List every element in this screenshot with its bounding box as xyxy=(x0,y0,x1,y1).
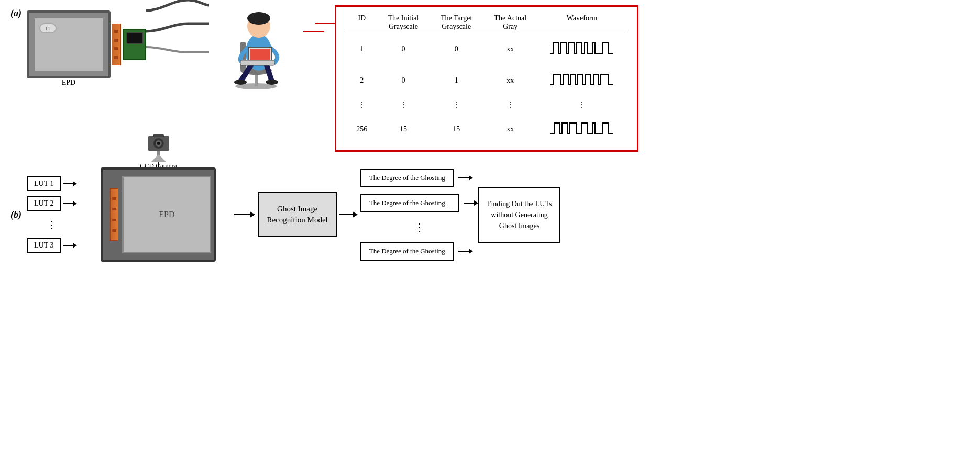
epd-b-connector xyxy=(110,188,118,241)
person-area xyxy=(209,0,303,91)
part-b-label: (b) xyxy=(10,209,21,220)
person-svg xyxy=(209,0,303,89)
cell-id: 256 xyxy=(347,114,377,145)
table-row: 256 15 15 xx xyxy=(347,114,626,145)
table-row-dots: ⋮ ⋮ ⋮ ⋮ ⋮ xyxy=(347,96,626,114)
cell-dots-target: ⋮ xyxy=(430,96,483,114)
arrow-1 xyxy=(63,181,77,186)
ccd-camera-svg xyxy=(142,133,174,162)
lut-item-2: LUT 2 xyxy=(27,196,77,211)
arrow-g1 xyxy=(458,175,473,181)
waveform-svg-256 xyxy=(550,118,613,139)
svg-point-7 xyxy=(234,80,247,85)
arrow-model-to-ghosting xyxy=(339,211,358,218)
waveform-svg-1 xyxy=(550,38,613,59)
finding-label: Finding Out the LUTswithout GeneratingGh… xyxy=(487,200,552,230)
cell-dots-id: ⋮ xyxy=(347,96,377,114)
conn-dot xyxy=(112,208,116,210)
ghosting-column: The Degree of the Ghosting The Degree of… xyxy=(360,169,478,261)
red-line-svg xyxy=(303,16,324,47)
ghosting-box-2: The Degree of the Ghosting _ xyxy=(360,194,459,212)
col-target: The TargetGrayscale xyxy=(430,12,483,33)
red-connector xyxy=(303,16,324,47)
cell-initial: 15 xyxy=(377,114,430,145)
cables-area xyxy=(146,0,209,78)
table-row: 2 0 1 xx xyxy=(347,65,626,96)
table-row: 1 0 0 xx xyxy=(347,33,626,65)
col-id: ID xyxy=(347,12,377,33)
finding-box: Finding Out the LUTswithout GeneratingGh… xyxy=(478,187,561,243)
col-initial: The InitialGrayscale xyxy=(377,12,430,33)
cell-actual: xx xyxy=(483,33,537,65)
cell-target: 0 xyxy=(430,33,483,65)
part-b: (b) LUT 1 LUT 2 xyxy=(10,167,970,262)
arrow-g2 xyxy=(464,200,478,206)
cell-id: 2 xyxy=(347,65,377,96)
ghosting-row-2: The Degree of the Ghosting _ xyxy=(360,194,478,212)
conn-dot xyxy=(112,219,116,221)
ghosting-row-1: The Degree of the Ghosting xyxy=(360,169,478,187)
epd-b-label: EPD xyxy=(159,210,174,219)
arrow-3 xyxy=(63,243,77,248)
cell-dots-initial: ⋮ xyxy=(377,96,430,114)
epd-b-wrapper: CCD Camera xyxy=(101,167,216,262)
connector-dot xyxy=(114,47,118,50)
arrow-head-h2 xyxy=(353,211,358,218)
ghosting-box-3: The Degree of the Ghosting xyxy=(360,242,454,261)
arrow-line-h xyxy=(234,214,250,215)
cell-waveform xyxy=(537,33,626,65)
lut-list: LUT 1 LUT 2 ⋮ xyxy=(27,176,77,253)
waveform-svg-2 xyxy=(550,69,613,90)
epd-b-housing: EPD xyxy=(101,167,216,262)
ghosting-box-1: The Degree of the Ghosting xyxy=(360,169,454,187)
conn-dot xyxy=(112,197,116,200)
cell-actual: xx xyxy=(483,65,537,96)
ghosting-row-3: The Degree of the Ghosting xyxy=(360,242,478,261)
cell-initial: 0 xyxy=(377,33,430,65)
col-actual: The ActualGray xyxy=(483,12,537,33)
epd-label-a: EPD xyxy=(62,78,75,87)
part-a-label: (a) xyxy=(10,8,21,19)
cell-target: 15 xyxy=(430,114,483,145)
ghost-model-label: Ghost ImageRecognition Model xyxy=(267,205,327,224)
connector-dot xyxy=(114,39,118,42)
main-container: (a) I1 EPD xyxy=(0,0,980,460)
ghost-model-box: Ghost ImageRecognition Model xyxy=(258,192,336,237)
data-table: ID The InitialGrayscale The TargetGraysc… xyxy=(347,12,626,145)
lut-box-2: LUT 2 xyxy=(27,196,61,211)
arrow-g3 xyxy=(458,249,473,254)
lut-dots: ⋮ xyxy=(27,216,77,233)
cell-dots-waveform: ⋮ xyxy=(537,96,626,114)
cables-svg xyxy=(146,0,209,78)
svg-rect-12 xyxy=(240,60,274,65)
epd-b-screen: EPD xyxy=(122,176,211,253)
lut-item-1: LUT 1 xyxy=(27,176,77,191)
cell-id: 1 xyxy=(347,33,377,65)
cell-waveform xyxy=(537,114,626,145)
cell-dots-actual: ⋮ xyxy=(483,96,537,114)
epd-device-a: I1 EPD xyxy=(27,10,146,78)
lut-item-3: LUT 3 xyxy=(27,238,77,253)
part-a: (a) I1 EPD xyxy=(10,5,970,152)
lut-box-3: LUT 3 xyxy=(27,238,61,253)
lut-box-1: LUT 1 xyxy=(27,176,61,191)
svg-rect-18 xyxy=(153,134,163,137)
connector-box-a xyxy=(112,24,121,65)
svg-point-8 xyxy=(266,80,278,85)
cell-actual: xx xyxy=(483,114,537,145)
arrow-head-h xyxy=(250,211,255,218)
epd-screen-outer-a: I1 EPD xyxy=(27,10,111,78)
epd-button: I1 xyxy=(39,23,57,33)
svg-point-6 xyxy=(247,12,270,25)
col-waveform: Waveform xyxy=(537,12,626,33)
lut-epd-section: LUT 1 LUT 2 ⋮ xyxy=(27,167,232,262)
cell-initial: 0 xyxy=(377,65,430,96)
table-panel: ID The InitialGrayscale The TargetGraysc… xyxy=(335,5,638,152)
svg-point-17 xyxy=(157,142,160,145)
arrow-epd-to-model xyxy=(234,211,255,218)
connector-dot xyxy=(114,30,118,33)
cell-target: 1 xyxy=(430,65,483,96)
connector-dot xyxy=(114,56,118,59)
conn-dot xyxy=(112,229,116,232)
part-b-content: LUT 1 LUT 2 ⋮ xyxy=(27,167,560,262)
